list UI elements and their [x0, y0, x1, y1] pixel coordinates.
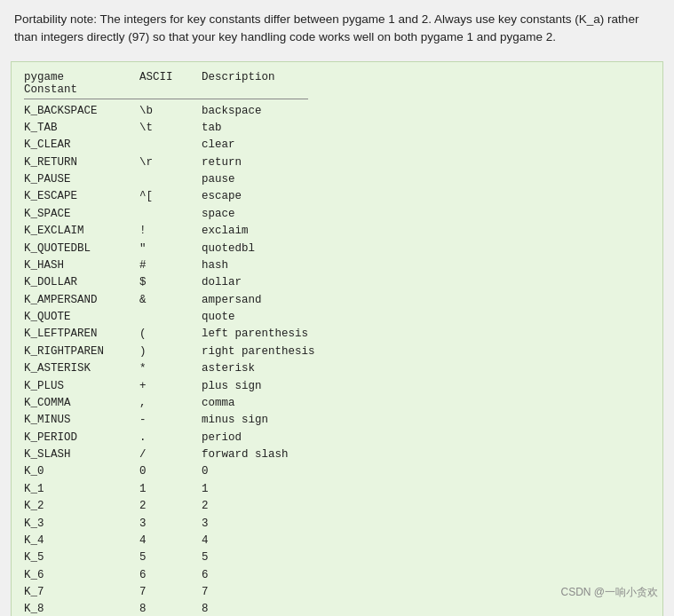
cell-constant: K_CLEAR [24, 137, 139, 154]
cell-description: ampersand [202, 292, 650, 309]
cell-ascii: . [139, 430, 202, 446]
table-row: K_222 [24, 498, 650, 515]
cell-ascii: ! [139, 223, 202, 240]
cell-constant: K_7 [24, 584, 139, 601]
table-row: K_CLEARclear [24, 137, 650, 154]
header-description: Description [202, 71, 650, 96]
table-row: K_444 [24, 533, 650, 549]
cell-ascii: 0 [139, 463, 202, 480]
cell-description: space [202, 206, 650, 223]
table-row: K_555 [24, 549, 650, 566]
cell-ascii [139, 206, 202, 223]
table-row: K_QUOTEDBL"quotedbl [24, 241, 650, 257]
cell-ascii [139, 309, 202, 326]
table-row: K_ESCAPE^[escape [24, 188, 650, 205]
cell-description: plus sign [202, 378, 650, 395]
table-row: K_BACKSPACE\bbackspace [24, 103, 650, 120]
table-row: K_HASH#hash [24, 257, 650, 274]
cell-description: return [202, 154, 650, 171]
cell-ascii: " [139, 241, 202, 257]
table-row: K_777 [24, 584, 650, 601]
table-body: K_BACKSPACE\bbackspaceK_TAB\ttabK_CLEARc… [24, 103, 650, 617]
table-row: K_AMPERSAND&ampersand [24, 292, 650, 309]
cell-ascii: 4 [139, 533, 202, 549]
cell-constant: K_1 [24, 481, 139, 498]
cell-ascii: $ [139, 274, 202, 291]
cell-description: period [202, 430, 650, 446]
cell-constant: K_QUOTE [24, 309, 139, 326]
cell-description: 6 [202, 567, 650, 584]
table-row: K_RETURN\rreturn [24, 154, 650, 171]
cell-ascii: ( [139, 326, 202, 343]
cell-description: hash [202, 257, 650, 274]
cell-ascii: \t [139, 120, 202, 137]
table-row: K_PLUS+plus sign [24, 378, 650, 395]
key-constants-table: pygameConstant ASCII Description K_BACKS… [11, 61, 663, 617]
cell-ascii [139, 137, 202, 154]
cell-constant: K_4 [24, 533, 139, 549]
cell-ascii: 6 [139, 567, 202, 584]
table-row: K_000 [24, 463, 650, 480]
cell-ascii: / [139, 446, 202, 463]
cell-description: clear [202, 137, 650, 154]
cell-description: pause [202, 171, 650, 188]
cell-ascii: ^[ [139, 188, 202, 205]
table-row: K_DOLLAR$dollar [24, 274, 650, 291]
table-row: K_RIGHTPAREN)right parenthesis [24, 344, 650, 360]
cell-description: left parenthesis [202, 326, 650, 343]
cell-description: asterisk [202, 360, 650, 377]
cell-constant: K_HASH [24, 257, 139, 274]
cell-ascii: , [139, 395, 202, 412]
watermark: CSDN @一响小贪欢 [560, 585, 658, 600]
table-row: K_TAB\ttab [24, 120, 650, 137]
cell-constant: K_SPACE [24, 206, 139, 223]
cell-constant: K_8 [24, 601, 139, 616]
cell-ascii: & [139, 292, 202, 309]
cell-description: 1 [202, 481, 650, 498]
cell-description: right parenthesis [202, 344, 650, 360]
cell-description: minus sign [202, 412, 650, 429]
cell-constant: K_5 [24, 549, 139, 566]
cell-ascii: 3 [139, 516, 202, 533]
table-row: K_888 [24, 601, 650, 616]
cell-description: escape [202, 188, 650, 205]
cell-constant: K_COMMA [24, 395, 139, 412]
cell-ascii: 7 [139, 584, 202, 601]
top-paragraph: Portability note: The integers for key c… [0, 0, 674, 56]
cell-constant: K_MINUS [24, 412, 139, 429]
cell-constant: K_0 [24, 463, 139, 480]
table-row: K_PAUSEpause [24, 171, 650, 188]
cell-description: tab [202, 120, 650, 137]
cell-description: 8 [202, 601, 650, 616]
cell-ascii: \r [139, 154, 202, 171]
cell-description: exclaim [202, 223, 650, 240]
cell-description: 2 [202, 498, 650, 515]
cell-ascii: 5 [139, 549, 202, 566]
cell-constant: K_BACKSPACE [24, 103, 139, 120]
cell-description: quote [202, 309, 650, 326]
table-row: K_MINUS-minus sign [24, 412, 650, 429]
cell-constant: K_AMPERSAND [24, 292, 139, 309]
cell-ascii: - [139, 412, 202, 429]
cell-constant: K_2 [24, 498, 139, 515]
cell-description: 3 [202, 516, 650, 533]
cell-ascii: + [139, 378, 202, 395]
cell-constant: K_3 [24, 516, 139, 533]
cell-ascii: 8 [139, 601, 202, 616]
cell-description: dollar [202, 274, 650, 291]
cell-constant: K_PERIOD [24, 430, 139, 446]
cell-constant: K_ASTERISK [24, 360, 139, 377]
table-row: K_PERIOD.period [24, 430, 650, 446]
cell-constant: K_LEFTPAREN [24, 326, 139, 343]
table-row: K_EXCLAIM!exclaim [24, 223, 650, 240]
cell-constant: K_TAB [24, 120, 139, 137]
cell-constant: K_RIGHTPAREN [24, 344, 139, 360]
table-row: K_SPACEspace [24, 206, 650, 223]
cell-description: forward slash [202, 446, 650, 463]
table-row: K_COMMA,comma [24, 395, 650, 412]
cell-constant: K_PAUSE [24, 171, 139, 188]
table-row: K_SLASH/forward slash [24, 446, 650, 463]
table-row: K_ASTERISK*asterisk [24, 360, 650, 377]
cell-constant: K_SLASH [24, 446, 139, 463]
table-row: K_666 [24, 567, 650, 584]
